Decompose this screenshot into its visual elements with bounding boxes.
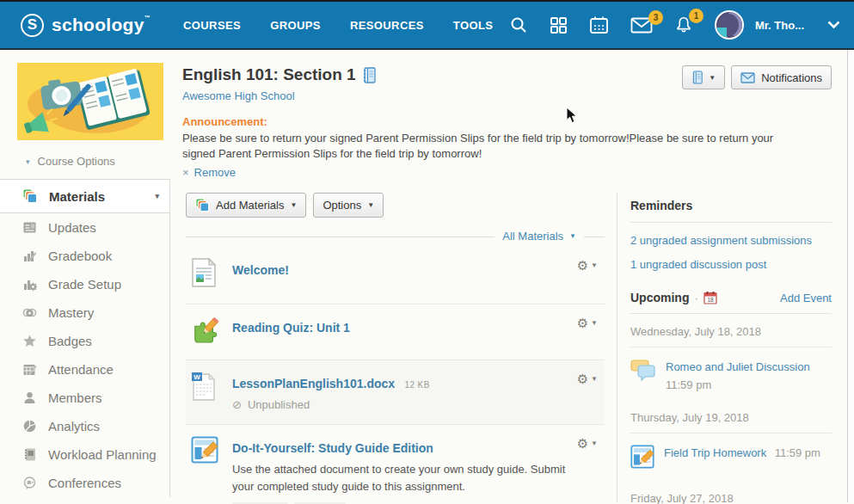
event-time: 11:59 pm xyxy=(775,446,820,459)
word-document-icon: W xyxy=(191,372,220,406)
sidebar-item-workload-planning[interactable]: Workload Planning xyxy=(0,440,169,469)
course-options-label: Course Options xyxy=(38,155,115,168)
event-link[interactable]: Romeo and Juliet Discussion xyxy=(666,360,810,373)
notifications-button[interactable]: Notifications xyxy=(731,65,832,89)
grade-setup-icon xyxy=(22,277,37,292)
material-link[interactable]: Welcome! xyxy=(232,263,289,277)
sidebar-item-badges[interactable]: Badges xyxy=(0,327,169,355)
school-link[interactable]: Awesome High School xyxy=(182,89,295,102)
schoology-logo[interactable]: S schoology™ xyxy=(21,14,151,37)
sidebar-item-label: Badges xyxy=(48,334,92,348)
remove-x-icon: × xyxy=(182,166,189,179)
material-row-reading-quiz: Reading Quiz: Unit 1 ⚙ ▼ xyxy=(186,304,605,360)
event-link[interactable]: Field Trip Homework xyxy=(664,446,766,459)
notifications-button-label: Notifications xyxy=(761,71,822,84)
event-date-header: Friday, July 27, 2018 xyxy=(630,481,832,504)
course-notebook-icon xyxy=(362,67,376,83)
badges-icon xyxy=(22,334,37,348)
gradebook-icon xyxy=(22,249,37,263)
sidebar-item-label: Grade Setup xyxy=(48,277,121,292)
file-size: 12 KB xyxy=(405,380,430,390)
assignment-icon xyxy=(191,436,220,467)
event-date-header: Wednesday, July 18, 2018 xyxy=(630,314,832,347)
materials-filter-bar: All Materials ▼ xyxy=(186,228,605,247)
conferences-icon xyxy=(22,476,37,490)
apps-grid-icon[interactable] xyxy=(550,16,568,34)
sidebar-item-label: Analytics xyxy=(48,419,100,433)
sidebar-item-label: Attendance xyxy=(48,362,114,377)
remove-label: Remove xyxy=(194,166,236,179)
sidebar-item-label: Mastery xyxy=(48,305,94,320)
user-avatar[interactable] xyxy=(715,10,744,40)
middot: · xyxy=(694,292,697,304)
nav-tools[interactable]: TOOLS xyxy=(453,19,494,32)
nav-courses[interactable]: COURSES xyxy=(183,19,241,32)
material-link[interactable]: Reading Quiz: Unit 1 xyxy=(232,321,350,335)
attendance-icon xyxy=(22,362,37,377)
row-gear-menu[interactable]: ⚙ ▼ xyxy=(577,437,598,450)
trademark: ™ xyxy=(144,15,151,21)
updates-icon xyxy=(22,220,37,235)
upcoming-calendar-icon[interactable]: 18 xyxy=(703,291,717,304)
event-time: 11:59 pm xyxy=(666,378,810,391)
options-button[interactable]: Options ▼ xyxy=(313,193,384,218)
materials-caret-icon: ▾ xyxy=(155,192,159,200)
add-event-link[interactable]: Add Event xyxy=(780,292,832,304)
announcement-label: Announcement: xyxy=(182,115,803,128)
reminder-link-assignments[interactable]: 2 ungraded assignment submissions xyxy=(630,234,832,247)
search-icon[interactable] xyxy=(509,15,528,34)
material-row-welcome: Welcome! ⚙ ▼ xyxy=(186,247,605,304)
chevron-down-icon[interactable] xyxy=(827,21,840,29)
notifications-bell-icon[interactable]: 1 xyxy=(674,15,693,34)
sidebar-item-materials[interactable]: Materials ▾ xyxy=(0,179,169,213)
sidebar-item-gradebook[interactable]: Gradebook xyxy=(0,242,169,270)
word-w-letter: W xyxy=(194,373,200,381)
calendar-icon[interactable] xyxy=(589,15,609,34)
brand-name: schoology™ xyxy=(52,15,151,35)
course-sidebar: ▾ Course Options Materials ▾ Updates Gra… xyxy=(0,50,170,502)
gear-caret-icon: ▼ xyxy=(591,319,598,327)
row-gear-menu[interactable]: ⚙ ▼ xyxy=(577,372,598,385)
unpublished-icon: ⊘ xyxy=(232,398,242,411)
gear-caret-icon: ▼ xyxy=(591,261,598,269)
sidebar-item-analytics[interactable]: Analytics xyxy=(0,412,169,440)
materials-icon xyxy=(22,188,38,204)
assignment-description: Use the attached document to create your… xyxy=(232,461,569,495)
user-name[interactable]: Mr. Tho... xyxy=(755,19,804,32)
remove-announcement-link[interactable]: × Remove xyxy=(182,166,803,179)
members-icon xyxy=(22,390,37,405)
all-materials-filter[interactable]: All Materials ▼ xyxy=(495,230,584,243)
reminders-title: Reminders xyxy=(630,193,832,222)
mastery-icon xyxy=(22,305,37,320)
sidebar-item-updates[interactable]: Updates xyxy=(0,213,169,242)
sidebar-item-members[interactable]: Members xyxy=(0,384,169,412)
right-panel: Reminders 2 ungraded assignment submissi… xyxy=(617,193,847,502)
sidebar-item-label: Conferences xyxy=(48,476,121,490)
analytics-icon xyxy=(22,419,37,433)
assignment-icon xyxy=(630,445,654,472)
add-materials-button[interactable]: Add Materials ▼ xyxy=(186,193,306,218)
row-gear-menu[interactable]: ⚙ ▼ xyxy=(577,259,598,272)
material-link[interactable]: Do-It-Yourself: Study Guide Edition xyxy=(232,441,433,455)
sidebar-item-conferences[interactable]: Conferences xyxy=(0,469,169,497)
dropdown-caret-icon: ▼ xyxy=(367,201,374,209)
sidebar-item-label: Workload Planning xyxy=(48,447,157,462)
sidebar-item-grade-setup[interactable]: Grade Setup xyxy=(0,270,169,298)
course-options-toggle[interactable]: ▾ Course Options xyxy=(26,155,170,168)
event-row: Romeo and Juliet Discussion 11:59 pm xyxy=(630,347,832,400)
page-title: English 101: Section 1 xyxy=(182,65,376,84)
dropdown-caret-icon: ▼ xyxy=(709,74,716,82)
material-link[interactable]: LessonPlanEnglish101.docx xyxy=(232,377,395,390)
announcement-text: Please be sure to return your signed Par… xyxy=(182,131,803,161)
discussion-icon xyxy=(630,359,656,386)
course-view-dropdown-button[interactable]: ▼ xyxy=(682,65,725,89)
scrollbar-track[interactable] xyxy=(847,50,854,502)
nav-resources[interactable]: RESOURCES xyxy=(350,19,424,32)
nav-groups[interactable]: GROUPS xyxy=(270,19,321,32)
sidebar-item-attendance[interactable]: Attendance xyxy=(0,355,169,384)
notebook-icon xyxy=(691,71,703,84)
reminder-link-discussion[interactable]: 1 ungraded discussion post xyxy=(630,258,832,271)
sidebar-item-mastery[interactable]: Mastery xyxy=(0,298,169,327)
messages-icon[interactable]: 3 xyxy=(630,17,653,34)
row-gear-menu[interactable]: ⚙ ▼ xyxy=(577,317,598,329)
